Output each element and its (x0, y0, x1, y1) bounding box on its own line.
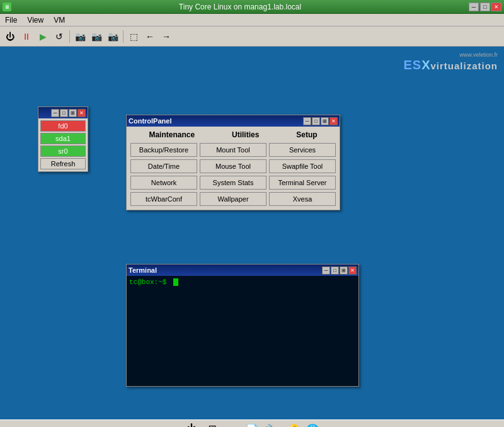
titlebar-minimize[interactable]: ─ (469, 3, 479, 11)
toolbar-power[interactable]: ⏻ (3, 29, 18, 44)
toolbar-forward[interactable]: ← (142, 29, 158, 44)
cp-header-maintenance: Maintenance (149, 130, 195, 139)
cp-maximize[interactable]: □ (312, 117, 320, 125)
terminal-prompt-line: tc@box:~$ (129, 278, 356, 286)
btn-swapfile-tool[interactable]: Swapfile Tool (269, 159, 336, 173)
device-fd0[interactable]: fd0 (40, 120, 86, 132)
cp-close[interactable]: ✕ (329, 117, 338, 125)
device-sr0[interactable]: sr0 (40, 145, 86, 157)
toolbar-sep1 (69, 30, 70, 43)
device-widget: ─ □ ⊞ ✕ fd0 sda1 sr0 Refresh (38, 106, 88, 172)
btn-date-time[interactable]: Date/Time (130, 159, 197, 173)
desktop: www.veletion.fr ESXvirtualization ─ □ ⊞ … (0, 47, 504, 419)
terminal-body[interactable]: tc@box:~$ (127, 276, 358, 386)
app-title: Tiny Core Linux on manag1.lab.local (11, 3, 469, 11)
taskbar-security[interactable]: 🔑 (284, 421, 301, 428)
taskbar-terminal[interactable]: 🖥 (203, 421, 220, 428)
toolbar-refresh[interactable]: ↺ (52, 29, 67, 44)
device-minimize[interactable]: ─ (51, 109, 59, 117)
terminal-cursor (173, 278, 178, 286)
toolbar-pause[interactable]: ⏸ (19, 29, 34, 44)
app-titlebar: 🖥 Tiny Core Linux on manag1.lab.local ─ … (0, 0, 504, 14)
term-maximize[interactable]: □ (331, 266, 339, 275)
btn-mount-tool[interactable]: Mount Tool (200, 143, 266, 157)
toolbar-sep2 (123, 30, 123, 43)
taskbar-network[interactable]: 🌐 (304, 421, 321, 428)
btn-network[interactable]: Network (130, 176, 197, 190)
term-minimize[interactable]: ─ (322, 266, 330, 275)
cp-restore[interactable]: ⊞ (321, 117, 329, 125)
terminal-titlebar[interactable]: Terminal ─ □ ⊞ ✕ (127, 265, 358, 276)
controlpanel-title: ControlPanel (129, 117, 171, 125)
cp-button-grid: Backup/Restore Mount Tool Services Date/… (130, 143, 336, 206)
titlebar-maximize[interactable]: □ (480, 3, 490, 11)
cp-section-headers: Maintenance Utilities Setup (130, 130, 336, 139)
toolbar-snapshot3[interactable]: 📷 (105, 29, 120, 44)
toolbar-back[interactable]: ⬚ (126, 29, 141, 44)
taskbar-settings[interactable]: 🔧 (263, 421, 281, 428)
cp-header-setup: Setup (296, 130, 317, 139)
term-close[interactable]: ✕ (348, 266, 357, 275)
esx-logo: www.veletion.fr ESXvirtualization (403, 52, 498, 72)
btn-terminal-server[interactable]: Terminal Server (269, 176, 336, 190)
menu-view[interactable]: View (25, 15, 46, 25)
device-refresh[interactable]: Refresh (40, 158, 86, 169)
device-content: fd0 sda1 sr0 Refresh (38, 118, 88, 171)
btn-backup-restore[interactable]: Backup/Restore (130, 143, 197, 157)
esx-url: www.veletion.fr (403, 52, 498, 58)
cp-minimize[interactable]: ─ (303, 117, 311, 125)
taskbar-editor[interactable]: ✏ (223, 421, 241, 428)
toolbar: ⏻ ⏸ ▶ ↺ 📷 📷 📷 ⬚ ← → (0, 26, 504, 47)
terminal-prompt-text: tc@box:~$ (129, 278, 166, 286)
btn-tcwbarconf[interactable]: tcWbarConf (130, 192, 197, 206)
esx-brand: ESXvirtualization (403, 58, 498, 72)
taskbar: ⏻ 🖥 ✏ 📄 🔧 🔑 🌐 (0, 419, 504, 427)
titlebar-close[interactable]: ✕ (491, 3, 501, 11)
term-restore[interactable]: ⊞ (340, 266, 348, 275)
terminal-title: Terminal (129, 266, 157, 274)
app-icon: 🖥 (3, 3, 11, 11)
toolbar-fullscreen[interactable]: → (159, 29, 174, 44)
controlpanel-titlebar[interactable]: ControlPanel ─ □ ⊞ ✕ (127, 115, 340, 127)
toolbar-snapshot1[interactable]: 📷 (72, 29, 88, 44)
btn-xvesa[interactable]: Xvesa (269, 192, 336, 206)
taskbar-files[interactable]: 📄 (243, 421, 261, 428)
menu-file[interactable]: File (3, 15, 20, 25)
menu-vm[interactable]: VM (51, 15, 67, 25)
btn-mouse-tool[interactable]: Mouse Tool (200, 159, 266, 173)
toolbar-play[interactable]: ▶ (35, 29, 50, 44)
controlpanel-content: Maintenance Utilities Setup Backup/Resto… (127, 127, 340, 210)
device-maximize[interactable]: □ (60, 109, 68, 117)
menu-bar: File View VM (0, 14, 504, 26)
terminal-window: Terminal ─ □ ⊞ ✕ tc@box:~$ (126, 264, 359, 387)
toolbar-snapshot2[interactable]: 📷 (89, 29, 104, 44)
device-widget-titlebar[interactable]: ─ □ ⊞ ✕ (38, 107, 88, 118)
titlebar-controls: ─ □ ✕ (469, 3, 501, 11)
btn-system-stats[interactable]: System Stats (200, 176, 266, 190)
cp-header-utilities: Utilities (232, 130, 259, 139)
device-widget-controls: ─ □ ⊞ ✕ (51, 109, 86, 117)
device-sda1[interactable]: sda1 (40, 133, 86, 144)
controlpanel-controls: ─ □ ⊞ ✕ (303, 117, 338, 125)
btn-wallpaper[interactable]: Wallpaper (200, 192, 266, 206)
taskbar-power[interactable]: ⏻ (183, 421, 200, 428)
controlpanel-window: ControlPanel ─ □ ⊞ ✕ Maintenance Utiliti… (126, 115, 340, 210)
btn-services[interactable]: Services (269, 143, 336, 157)
device-restore[interactable]: ⊞ (69, 109, 77, 117)
device-close[interactable]: ✕ (77, 109, 86, 117)
terminal-controls: ─ □ ⊞ ✕ (322, 266, 357, 275)
